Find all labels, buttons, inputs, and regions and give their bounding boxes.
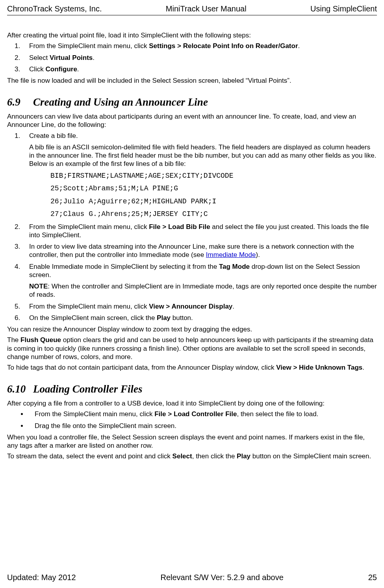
header-left: ChronoTrack Systems, Inc. — [7, 4, 102, 14]
bold: Tag Mode — [219, 263, 250, 270]
heading-title: Loading Controller Files — [33, 383, 143, 395]
h610-p2: To stream the data, select the event and… — [7, 452, 377, 460]
bold: Play — [237, 452, 250, 460]
header-right: Using SimpleClient — [310, 4, 377, 14]
heading-num: 6.10 — [7, 383, 33, 396]
code-line: 27;Claus G.;Ahrens;25;M;JERSEY CITY;C — [50, 210, 377, 219]
text: , then select the file to load. — [237, 410, 318, 418]
text: From the SimpleClient main menu, click — [29, 42, 149, 50]
intro-steps: From the SimpleClient main menu, click S… — [22, 42, 377, 73]
text: From the SimpleClient main menu, click — [29, 223, 149, 231]
bold: View > Hide Unknown Tags — [276, 364, 362, 371]
text: : When the controller and SimpleClient a… — [29, 283, 377, 298]
text: To stream the data, select the event and… — [7, 452, 173, 460]
bold: File > Load Bib File — [149, 223, 210, 231]
intro-step-3: Click Configure. — [22, 65, 377, 73]
intro-step-2: Select Virtual Points. — [22, 54, 377, 62]
bold: Play — [157, 314, 171, 322]
bib-file-example: BIB;FIRSTNAME;LASTNAME;AGE;SEX;CITY;DIVC… — [50, 171, 377, 219]
heading-6-10: 6.10Loading Controller Files — [7, 383, 377, 396]
intro-paragraph: After creating the virtual point file, l… — [7, 31, 377, 39]
code-line: 25;Scott;Abrams;51;M;LA PINE;G — [50, 184, 377, 193]
h610-p1: When you load a controller file, the Sel… — [7, 433, 377, 450]
page: ChronoTrack Systems, Inc. MiniTrack User… — [0, 0, 384, 588]
text: . — [77, 65, 79, 73]
text: button on the SimpleClient main screen. — [250, 452, 371, 460]
h69-step-6: On the SimpleClient main screen, click t… — [22, 314, 377, 322]
text: Create a bib file. — [29, 132, 78, 140]
code-line: 26;Julio A;Aguirre;62;M;HIGHLAND PARK;I — [50, 197, 377, 206]
intro-after: The file is now loaded and will be inclu… — [7, 76, 377, 85]
heading-6-9: 6.9Creating and Using an Announcer Line — [7, 96, 377, 109]
bold: Configure — [46, 65, 77, 73]
text: Enable Immediate mode in SimpleClient by… — [29, 263, 219, 270]
text: . — [232, 303, 234, 310]
text: From the SimpleClient main menu, click — [35, 410, 154, 418]
bold: File > Load Controller File — [154, 410, 237, 418]
bold: Virtual Points — [50, 54, 93, 61]
text: The — [7, 336, 20, 344]
text: ). — [256, 251, 260, 259]
h69-p2: The Flush Queue option clears the grid a… — [7, 336, 377, 361]
text: In order to view live data streaming int… — [29, 243, 354, 259]
header-center: MiniTrack User Manual — [166, 4, 247, 14]
footer-left: Updated: May 2012 — [7, 573, 76, 582]
footer-right: 25 — [368, 573, 377, 582]
text: To hide tags that do not contain partici… — [7, 364, 276, 371]
text: Drag the file onto the SimpleClient main… — [35, 422, 176, 430]
note-label: NOTE — [29, 283, 48, 290]
h69-step-5: From the SimpleClient main menu, click V… — [22, 302, 377, 311]
header-rule — [7, 15, 377, 15]
h69-p1: You can resize the Announcer Display win… — [7, 325, 377, 333]
h69-intro: Announcers can view live data about part… — [7, 112, 377, 129]
text: . — [93, 54, 95, 61]
bold: Select — [173, 452, 192, 460]
code-line: BIB;FIRSTNAME;LASTNAME;AGE;SEX;CITY;DIVC… — [50, 171, 377, 180]
h610-intro: After copying a file from a controller t… — [7, 399, 377, 408]
text: option clears the grid and can be used t… — [7, 336, 373, 361]
text: From the SimpleClient main menu, click — [29, 303, 149, 310]
bold: View > Announcer Display — [149, 303, 232, 310]
h69-step-4: Enable Immediate mode in SimpleClient by… — [22, 262, 377, 299]
immediate-mode-link[interactable]: Immediate Mode — [206, 251, 256, 259]
h69-steps: Create a bib file. A bib file is an ASCI… — [22, 132, 377, 322]
h69-step-3: In order to view live data streaming int… — [22, 242, 377, 259]
text: Click — [29, 65, 46, 73]
text: , then click the — [192, 452, 237, 460]
h69-step-4-note: NOTE: When the controller and SimpleClie… — [29, 282, 377, 299]
page-header: ChronoTrack Systems, Inc. MiniTrack User… — [7, 4, 377, 15]
heading-num: 6.9 — [7, 96, 33, 109]
h610-bullets: From the SimpleClient main menu, click F… — [28, 410, 377, 430]
h69-step-1-para: A bib file is an ASCII semicolon-delimit… — [29, 143, 377, 168]
h69-p3: To hide tags that do not contain partici… — [7, 363, 377, 372]
h610-bullet-2: Drag the file onto the SimpleClient main… — [28, 422, 377, 430]
bold: Flush Queue — [20, 336, 61, 344]
bold: Settings > Relocate Point Info on Reader… — [149, 42, 298, 50]
text: . — [298, 42, 300, 50]
heading-title: Creating and Using an Announcer Line — [33, 96, 208, 108]
page-footer: Updated: May 2012 Relevant S/W Ver: 5.2.… — [7, 573, 377, 582]
intro-step-1: From the SimpleClient main menu, click S… — [22, 42, 377, 50]
h69-step-2: From the SimpleClient main menu, click F… — [22, 223, 377, 240]
h69-step-1: Create a bib file. A bib file is an ASCI… — [22, 132, 377, 219]
h610-bullet-1: From the SimpleClient main menu, click F… — [28, 410, 377, 418]
text: On the SimpleClient main screen, click t… — [29, 314, 157, 322]
footer-center: Relevant S/W Ver: 5.2.9 and above — [160, 573, 283, 582]
text: button. — [171, 314, 193, 322]
text: Select — [29, 54, 50, 61]
text: . — [362, 364, 364, 371]
